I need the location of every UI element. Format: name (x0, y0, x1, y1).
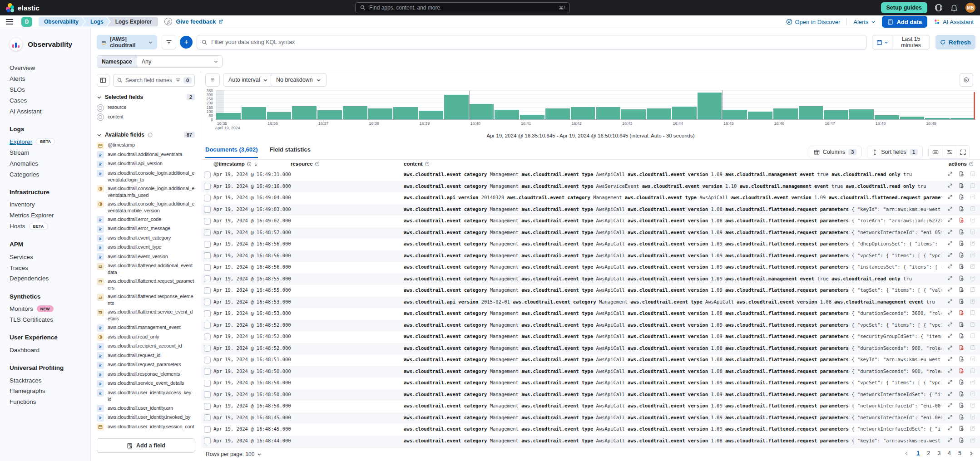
kql-search-input[interactable]: Filter your data using KQL syntax (197, 35, 866, 49)
field-item[interactable]: aws.cloudtrail.user_identity.session_con… (97, 422, 195, 432)
alerts-dropdown[interactable]: Alerts (853, 19, 876, 25)
ai-assistant-link[interactable]: AI Assistant (934, 19, 974, 25)
histogram-bar[interactable] (470, 104, 494, 119)
histogram-bar[interactable] (242, 107, 266, 119)
project-badge[interactable]: D (21, 17, 32, 27)
namespace-select[interactable]: Namespace Any (97, 55, 223, 68)
sidebar-item-anomalies[interactable]: Anomalies (10, 158, 90, 169)
breakdown-dropdown[interactable]: No breakdown (271, 73, 327, 87)
row-checkbox[interactable] (204, 252, 211, 259)
degraded-doc-icon[interactable] (959, 252, 964, 258)
row-checkbox[interactable] (204, 287, 211, 294)
row-checkbox[interactable] (204, 403, 211, 410)
degraded-doc-icon[interactable] (959, 333, 964, 338)
expand-row-icon[interactable] (947, 379, 953, 385)
field-item[interactable]: kaws.cloudtrail.additional_eventdata (97, 150, 195, 160)
row-checkbox[interactable] (204, 264, 211, 271)
pagination-page-3[interactable]: 3 (937, 450, 940, 456)
histogram-bar[interactable] (773, 108, 798, 119)
expand-row-icon[interactable] (947, 391, 953, 397)
expand-row-icon[interactable] (947, 229, 953, 235)
histogram-bar[interactable] (495, 110, 519, 119)
histogram-bar[interactable] (444, 95, 469, 119)
expand-row-icon[interactable] (947, 322, 953, 327)
degraded-doc-icon-alert[interactable] (959, 368, 964, 373)
expand-row-icon[interactable] (947, 333, 953, 338)
available-fields-header[interactable]: Available fields 87 (97, 132, 195, 138)
field-item[interactable]: aws.cloudtrail.console_login.additional_… (97, 184, 195, 200)
columns-button[interactable]: Columns 3 (809, 146, 861, 158)
row-checkbox[interactable] (204, 310, 211, 317)
pagination-prev[interactable] (904, 451, 909, 456)
histogram-bar[interactable] (849, 109, 874, 119)
sidebar-item-hosts[interactable]: HostsBETA (10, 221, 90, 232)
documents-histogram[interactable]: 05010015020025030035016:35April 19, 2024… (201, 88, 980, 144)
sidebar-item-stream[interactable]: Stream (10, 147, 90, 158)
histogram-bar[interactable] (621, 109, 646, 119)
degraded-doc-icon[interactable] (959, 322, 964, 327)
column-header-resource[interactable]: resource (291, 161, 320, 167)
row-checkbox[interactable] (204, 299, 211, 305)
field-item[interactable]: kaws.cloudtrail.event_category (97, 234, 195, 243)
refresh-button[interactable]: Refresh (935, 35, 975, 49)
degraded-doc-icon[interactable] (959, 287, 964, 292)
expand-row-icon[interactable] (947, 217, 953, 223)
expand-row-icon[interactable] (947, 356, 953, 362)
row-checkbox[interactable] (204, 345, 211, 352)
breadcrumb-logs[interactable]: Logs (82, 17, 110, 27)
column-header-actions[interactable]: actions (949, 161, 974, 167)
row-checkbox[interactable] (204, 368, 211, 375)
expand-row-icon[interactable] (947, 252, 953, 258)
row-checkbox[interactable] (204, 275, 211, 282)
field-item[interactable]: kaws.cloudtrail.event_version (97, 252, 195, 262)
menu-icon[interactable] (6, 19, 13, 25)
field-search-input[interactable]: Search field names 0 (113, 74, 195, 87)
time-range-picker[interactable]: Last 15 minutes (872, 35, 930, 49)
histogram-bar[interactable] (393, 107, 418, 119)
row-checkbox[interactable] (204, 183, 211, 190)
sidebar-item-slos[interactable]: SLOs (10, 84, 90, 95)
degraded-doc-icon-alert[interactable] (959, 310, 964, 315)
expand-row-icon[interactable] (947, 183, 953, 188)
histogram-bar[interactable] (824, 110, 848, 119)
notifications-icon[interactable] (950, 4, 958, 12)
histogram-bar[interactable] (368, 108, 393, 119)
pagination-next[interactable] (969, 451, 974, 456)
row-checkbox[interactable] (204, 333, 211, 340)
give-feedback-link[interactable]: Give feedback (176, 18, 223, 25)
degraded-doc-icon[interactable] (959, 183, 964, 188)
histogram-bar[interactable] (267, 112, 292, 119)
sidebar-item-alerts[interactable]: Alerts (10, 74, 90, 84)
sidebar-item-categories[interactable]: Categories (10, 169, 90, 180)
sidebar-item-flamegraphs[interactable]: Flamegraphs (10, 386, 90, 397)
sidebar-item-dependencies[interactable]: Dependencies (10, 273, 90, 284)
global-search-input[interactable]: Find apps, content, and more. ⌘/ (355, 2, 570, 13)
histogram-bar[interactable] (875, 115, 899, 119)
sidebar-item-explorer[interactable]: ExplorerBETA (10, 136, 90, 147)
histogram-bar[interactable] (672, 107, 697, 119)
expand-row-icon[interactable] (947, 345, 953, 350)
histogram-bar[interactable] (925, 118, 950, 119)
field-item[interactable]: kaws.cloudtrail.management_event (97, 323, 195, 333)
field-item[interactable]: kaws.cloudtrail.user_identity.access_key… (97, 388, 195, 404)
display-options-button[interactable] (942, 146, 956, 158)
selected-fields-header[interactable]: Selected fields 2 (97, 94, 195, 100)
sidebar-item-traces[interactable]: Traces (10, 262, 90, 273)
field-item[interactable]: kaws.cloudtrail.response_elements (97, 370, 195, 379)
histogram-bar[interactable] (698, 93, 722, 119)
sidebar-item-tls-certificates[interactable]: TLS Certificates (10, 314, 90, 325)
expand-row-icon[interactable] (947, 206, 953, 211)
histogram-bar[interactable] (545, 108, 570, 119)
tab-field-statistics[interactable]: Field statistics (270, 146, 311, 158)
expand-row-icon[interactable] (947, 414, 953, 420)
setup-guides-button[interactable]: Setup guides (881, 2, 927, 13)
degraded-doc-icon[interactable] (959, 426, 964, 431)
column-header-content[interactable]: content (404, 161, 430, 167)
field-item[interactable]: kaws.cloudtrail.api_version (97, 159, 195, 169)
sidebar-item-cases[interactable]: Cases (10, 95, 90, 106)
add-data-button[interactable]: Add data (882, 16, 927, 28)
histogram-bar[interactable] (520, 115, 544, 119)
row-checkbox[interactable] (204, 241, 211, 248)
degraded-doc-icon[interactable] (959, 240, 964, 246)
sidebar-item-functions[interactable]: Functions (10, 397, 90, 407)
